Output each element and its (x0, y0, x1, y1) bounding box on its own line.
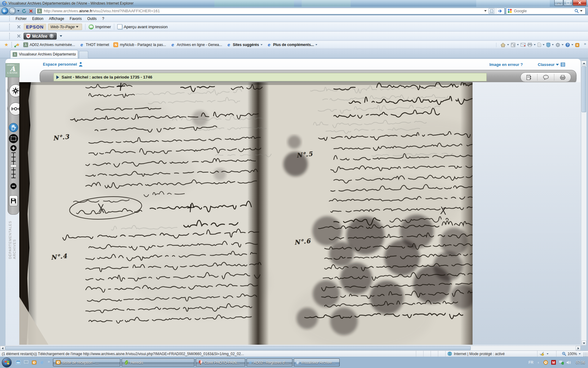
scroll-left-button[interactable] (0, 346, 5, 351)
menu-aide[interactable]: ? (100, 16, 107, 21)
zoom-control[interactable]: 100% (556, 351, 582, 357)
favorite-archives-en-ligne[interactable]: e Archives en ligne - Genea... (168, 42, 224, 48)
menu-outils[interactable]: Outils (85, 16, 100, 21)
print-button[interactable] (554, 74, 571, 81)
favorite-mynclub[interactable]: N myNclub - Partagez la pas... (111, 42, 168, 48)
quick-launch-chevron-icon[interactable]: » (48, 359, 50, 364)
mcafee-tray-icon[interactable]: M (551, 360, 556, 365)
espace-personnel-link[interactable]: Espace personnel (43, 62, 83, 67)
menu-fichier[interactable]: Fichier (13, 16, 29, 21)
toolbar-grip[interactable] (11, 42, 13, 48)
zoom-in-button[interactable] (10, 145, 17, 151)
zoom-out-button[interactable] (10, 183, 17, 189)
close-toolbar-icon[interactable] (17, 34, 21, 38)
scroll-right-button[interactable] (576, 346, 581, 351)
search-options-dropdown[interactable] (580, 10, 582, 12)
addon-button[interactable] (575, 43, 579, 47)
stop-button[interactable] (28, 8, 34, 14)
sites-suggeres-button[interactable]: e Sites suggérés (224, 42, 264, 48)
contact-sheet-button[interactable] (521, 74, 537, 81)
overflow-chevron-icon[interactable]: » (584, 41, 586, 46)
close-toolbar-icon[interactable] (17, 25, 21, 29)
image-en-erreur-link[interactable]: Image en erreur ? (489, 62, 523, 67)
maximize-button[interactable] (564, 0, 572, 6)
toolbar-grip[interactable] (9, 33, 10, 39)
menu-edition[interactable]: Edition (29, 16, 46, 21)
toolbar-grip[interactable] (9, 24, 10, 30)
zoom-slider[interactable] (10, 152, 17, 178)
classeur-button[interactable]: Classeur (538, 62, 565, 67)
taskbar-button-corel[interactable]: Corel PHOTO-PAIN... (196, 358, 245, 366)
refresh-button[interactable] (21, 8, 28, 14)
minimize-button[interactable] (554, 0, 563, 6)
scroll-down-button[interactable] (582, 341, 586, 346)
recent-pages-dropdown[interactable] (17, 10, 20, 12)
mcafee-button[interactable]: McAfee ? (24, 33, 57, 40)
scroll-up-button[interactable] (582, 61, 586, 66)
add-to-favorites-icon[interactable]: ★ (16, 42, 20, 48)
menu-favoris[interactable]: Favoris (67, 16, 85, 21)
vertical-scrollbar[interactable] (581, 61, 586, 346)
save-image-button[interactable] (9, 195, 18, 206)
address-input[interactable]: λ http://www.archives.aisne.fr/visu2/vis… (36, 8, 505, 14)
resize-grip[interactable] (583, 352, 587, 357)
mcafee-dropdown[interactable] (60, 35, 62, 37)
favorites-star-icon[interactable]: ★ (4, 42, 8, 48)
url-history-dropdown[interactable] (484, 10, 487, 12)
pan-hand-tool[interactable] (9, 123, 18, 132)
plus-complements-button[interactable]: e Plus de compléments... (265, 42, 319, 48)
taskbar-button-ad02[interactable]: e AD02 : Registres d'ét... (247, 358, 292, 366)
outlook-reminder-icon[interactable] (543, 360, 548, 365)
mcafee-help-icon[interactable]: ? (49, 34, 54, 38)
quick-launch-outlook-icon[interactable] (31, 359, 37, 366)
safety-button[interactable] (546, 43, 554, 47)
clock[interactable]: 07:06 (576, 360, 585, 365)
compatibility-view-button[interactable] (488, 8, 495, 14)
quick-launch-ie-icon[interactable]: e (39, 359, 45, 366)
apercu-button[interactable]: Aperçu avant impression (117, 24, 168, 29)
menu-affichage[interactable]: Affichage (46, 16, 67, 21)
mail-button[interactable] (521, 43, 526, 47)
new-tab-button[interactable] (79, 51, 88, 58)
tools-gear-button[interactable] (556, 43, 564, 47)
help-button[interactable]: ? (565, 43, 573, 47)
imprimer-button[interactable]: Imprimer (89, 24, 111, 29)
tab-visualiseur[interactable]: λ Visualiseur Archives Départementales d… (10, 50, 78, 58)
conseil-general-aisne-logo[interactable]: GÉNÉRAL— A L'AISNE (6, 63, 20, 77)
quick-launch-window-icon[interactable] (15, 359, 21, 366)
horizontal-scroll-thumb[interactable] (5, 346, 471, 350)
search-box[interactable]: Google (506, 8, 586, 14)
print-button[interactable] (527, 43, 536, 47)
web-to-page-button[interactable]: Web-To-Page (48, 24, 82, 30)
go-button[interactable] (496, 8, 503, 14)
zoom-slider-handle[interactable] (10, 165, 17, 167)
privacy-cell[interactable] (537, 351, 556, 357)
taskbar-button-heredis[interactable]: Heredis (122, 358, 194, 366)
search-icon[interactable] (575, 9, 579, 13)
window-titlebar[interactable]: Visualiseur Archives Départementales de … (0, 0, 588, 7)
security-zone[interactable]: Internet | Mode protégé : activé (445, 351, 537, 357)
manuscript-scan[interactable]: N°.3 N°.4 N°.5 N°.6 (19, 82, 473, 345)
favorite-thot[interactable]: e THOT Internet (77, 42, 111, 48)
search-input-value[interactable]: Google (514, 9, 575, 13)
feeds-button[interactable] (511, 43, 519, 47)
network-icon[interactable] (559, 360, 564, 365)
back-button[interactable] (1, 7, 8, 14)
horizontal-scrollbar[interactable] (0, 346, 581, 351)
language-indicator[interactable]: FR (529, 360, 533, 365)
volume-icon[interactable] (566, 360, 571, 365)
start-button[interactable] (2, 358, 12, 367)
vertical-scroll-thumb[interactable] (582, 66, 586, 112)
selection-tool[interactable] (9, 134, 18, 143)
hidden-icons-chevron[interactable]: ‹ (538, 360, 539, 365)
toolbar-grip[interactable] (9, 16, 10, 21)
close-button[interactable] (573, 0, 586, 6)
taskbar-button-inbox[interactable]: Boîte de réception - ... (53, 358, 120, 366)
taskbar-button-visualiseur[interactable]: e Visualiseur Archives ... (294, 358, 340, 366)
page-button[interactable] (537, 43, 545, 47)
forward-button[interactable] (9, 7, 16, 14)
favorite-ad02[interactable]: λ AD02 Archives numérisée... (21, 42, 77, 48)
quick-launch-desktop-icon[interactable] (23, 359, 29, 366)
home-button[interactable] (500, 43, 509, 47)
comment-button[interactable] (537, 74, 554, 81)
